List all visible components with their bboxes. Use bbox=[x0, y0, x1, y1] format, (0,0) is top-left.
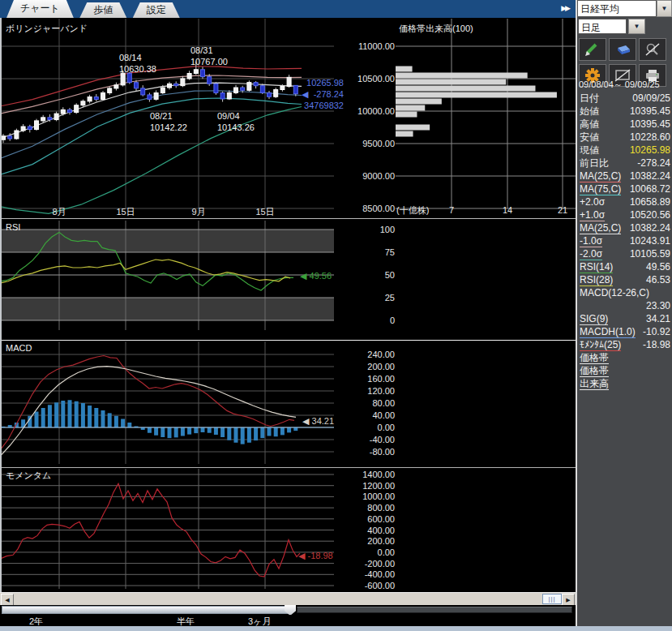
chart-annotation: 09/04 10143.26 bbox=[217, 110, 255, 133]
current-value-label: ◀ 34.21 bbox=[302, 416, 334, 426]
scroll-right-button[interactable]: ▶ bbox=[562, 594, 575, 606]
indicator-row: MA(25,C)10382.24 bbox=[580, 222, 670, 235]
eraser-button[interactable] bbox=[609, 38, 636, 61]
indicator-label[interactable]: MA(75,C) bbox=[580, 183, 621, 195]
axis-tick-label: 1400.00 bbox=[327, 470, 395, 479]
indicator-row: 日付09/09/25 bbox=[580, 92, 670, 105]
chart-annotation: 08/21 10142.22 bbox=[150, 110, 187, 133]
indicator-label: MACD(12-26,C) bbox=[580, 287, 649, 298]
bollinger-band-lines bbox=[0, 67, 302, 214]
indicator-value-table: 日付09/09/25始値10395.45高値10395.45安値10228.60… bbox=[580, 92, 670, 391]
current-value-label: 10265.98 bbox=[290, 78, 344, 88]
axis-tick-label: 120.00 bbox=[327, 386, 395, 396]
sidebar: 日経平均 ▼ 日足 ▼ bbox=[576, 0, 672, 626]
indicator-label: +2.0σ bbox=[580, 196, 605, 208]
indicator-value: 10243.91 bbox=[630, 235, 670, 247]
slider-empty-track[interactable] bbox=[297, 607, 572, 613]
period-field[interactable]: 日足 bbox=[578, 19, 627, 34]
indicator-label[interactable]: MA(25,C) bbox=[580, 222, 621, 234]
scroll-grip[interactable]: ||| bbox=[542, 594, 562, 604]
indicator-value: 10382.24 bbox=[630, 170, 670, 182]
range-labels-row: 2年 半年 3ヶ月 bbox=[0, 615, 576, 626]
indicator-row: MACDH(1.0)-10.92 bbox=[580, 326, 670, 339]
tab-price-ticks[interactable]: 歩値 bbox=[79, 2, 126, 18]
indicator-row: +2.0σ10658.89 bbox=[580, 196, 670, 209]
axis-tick-label: 25 bbox=[327, 293, 395, 303]
time-range-slider[interactable] bbox=[0, 605, 576, 615]
indicator-label[interactable]: -2.0σ bbox=[580, 248, 602, 260]
chevron-down-icon[interactable]: ▼ bbox=[628, 19, 645, 34]
eraser-icon bbox=[614, 42, 631, 57]
indicator-label[interactable]: MACDH(1.0) bbox=[580, 326, 636, 338]
indicator-value: -278.24 bbox=[637, 157, 670, 169]
indicator-label[interactable]: RSI(14) bbox=[580, 261, 613, 273]
volume-profile-bars bbox=[396, 67, 557, 137]
tab-bar: チャート 歩値 設定 ▶▶ bbox=[0, 0, 576, 18]
indicator-label[interactable]: RSI(28) bbox=[580, 274, 613, 286]
indicator-label[interactable]: SIG(9) bbox=[580, 313, 608, 325]
toolbar-row-1 bbox=[579, 38, 669, 61]
period-combobox[interactable]: 日足 ▼ bbox=[578, 19, 645, 34]
indicator-value: 10068.72 bbox=[630, 183, 670, 195]
indicator-value: 10382.24 bbox=[630, 222, 670, 234]
indicator-label: 日付 bbox=[580, 92, 599, 104]
magnifier-off-icon bbox=[644, 42, 661, 57]
current-value-label: ◀ -278.24 bbox=[290, 89, 344, 99]
indicator-label[interactable]: ﾓﾒﾝﾀﾑ(25) bbox=[580, 339, 621, 351]
panel-title-rsi: RSI bbox=[6, 222, 20, 232]
momentum-grid bbox=[0, 469, 334, 589]
axis-tick-label: 160.00 bbox=[327, 374, 395, 384]
chart-application-window: チャート 歩値 設定 ▶▶ 11000.0010500.0010000.0095… bbox=[0, 0, 672, 631]
chart-annotation: 08/14 10630.38 bbox=[119, 52, 156, 75]
tab-settings[interactable]: 設定 bbox=[133, 2, 180, 18]
indicator-label[interactable]: 価格帯 bbox=[580, 352, 609, 364]
axis-tick-label: 9000.00 bbox=[327, 171, 395, 181]
axis-tick-label: 50 bbox=[327, 270, 395, 280]
indicator-row: 安値10228.60 bbox=[580, 131, 670, 144]
tab-overflow-icon[interactable]: ▶▶ bbox=[561, 4, 569, 12]
indicator-label: 高値 bbox=[580, 118, 599, 130]
indicator-row: SIG(9)34.21 bbox=[580, 313, 670, 326]
indicator-label[interactable]: 価格帯 bbox=[580, 365, 609, 377]
axis-tick-label: 1200.00 bbox=[327, 481, 395, 491]
charts-canvas bbox=[0, 0, 576, 626]
axis-tick-label: 200.00 bbox=[327, 536, 395, 546]
axis-tick-label: 21 bbox=[550, 205, 575, 215]
indicator-row: MA(25,C)10382.24 bbox=[580, 170, 670, 183]
symbol-field[interactable]: 日経平均 bbox=[577, 0, 657, 17]
axis-tick-label: 8月 bbox=[41, 207, 77, 217]
window-left-edge bbox=[0, 18, 2, 626]
indicator-label[interactable]: -1.0σ bbox=[580, 235, 602, 247]
indicator-label[interactable]: MA(25,C) bbox=[580, 170, 621, 182]
axis-tick-label: 7 bbox=[439, 205, 464, 215]
symbol-combobox[interactable]: 日経平均 ▼ bbox=[577, 0, 672, 17]
scroll-left-button[interactable]: ◀ bbox=[1, 594, 14, 606]
axis-tick-label: 75 bbox=[327, 247, 395, 257]
draw-pencil-button[interactable] bbox=[579, 38, 606, 61]
indicator-value: 49.56 bbox=[646, 261, 670, 273]
axis-tick-label: -40.00 bbox=[327, 435, 395, 444]
axis-tick-label: 9500.00 bbox=[327, 139, 395, 148]
indicator-row: -1.0σ10243.91 bbox=[580, 235, 670, 248]
indicator-row: 前日比-278.24 bbox=[580, 157, 670, 170]
tab-chart[interactable]: チャート bbox=[6, 0, 74, 18]
chevron-down-icon[interactable]: ▼ bbox=[657, 0, 672, 17]
indicator-row: 23.30 bbox=[580, 300, 670, 313]
panel-separator bbox=[0, 467, 576, 468]
indicator-row: MA(75,C)10068.72 bbox=[580, 183, 670, 196]
indicator-row: 価格帯 bbox=[580, 352, 670, 365]
axis-tick-label: 9月 bbox=[181, 207, 216, 217]
zoom-disabled-button[interactable] bbox=[639, 38, 666, 61]
panel-title-volume-by-price: 価格帯出来高(100) bbox=[399, 23, 473, 35]
horizontal-scrollbar[interactable]: ◀ ||| ▶ bbox=[0, 592, 576, 605]
indicator-label[interactable]: 出来高 bbox=[580, 378, 609, 390]
indicator-row: 始値10395.45 bbox=[580, 105, 670, 118]
indicator-row: RSI(28)46.53 bbox=[580, 274, 670, 287]
current-value-label: ◀ -18.98 bbox=[298, 551, 333, 560]
indicator-row: RSI(14)49.56 bbox=[580, 261, 670, 274]
slider-filled-track[interactable] bbox=[2, 606, 289, 614]
volume-profile-grid bbox=[396, 19, 576, 208]
indicator-label[interactable]: +1.0σ bbox=[580, 209, 605, 221]
axis-tick-label: -600.00 bbox=[327, 581, 395, 590]
macd-grid bbox=[0, 341, 334, 464]
